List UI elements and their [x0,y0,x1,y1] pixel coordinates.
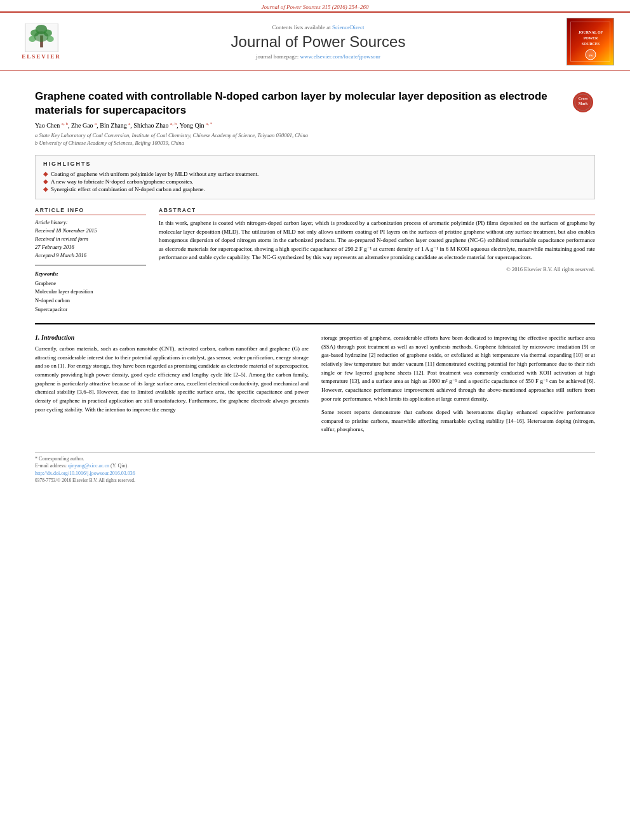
keywords-label: Keywords: [35,270,146,277]
email-label: E-mail address: [35,463,67,469]
journal-ref: Journal of Power Sources 315 (2016) 254–… [261,4,368,10]
highlight-item-2: ◆ A new way to fabricate N-doped carbon/… [43,178,587,185]
highlight-text-3: Synergistic effect of combination of N-d… [51,186,205,192]
svg-point-12 [586,50,596,60]
received-date: Received 18 November 2015 [35,227,146,235]
highlight-bullet-3: ◆ [43,185,48,192]
intro-section-number: 1. [35,334,40,341]
email-link[interactable]: qinyang@xicc.ac.cn [68,463,109,469]
highlight-item-1: ◆ Coating of graphene with uniform polyi… [43,171,587,177]
accepted-date: Accepted 9 March 2016 [35,252,146,260]
footer-issn: 0378-7753/© 2016 Elsevier B.V. All right… [35,477,595,483]
elsevier-label: ELSEVIER [22,53,61,60]
keyword-ndoped: N-doped carbon [35,297,146,305]
elsevier-tree-icon [24,23,59,52]
svg-text:JOURNAL OF: JOURNAL OF [578,30,603,34]
article-history-label: Article history: [35,219,146,227]
article-history: Article history: Received 18 November 20… [35,219,146,259]
body-left-column: 1. Introduction Currently, carbon materi… [35,334,309,439]
corresponding-author-note: * Corresponding author. [35,456,595,462]
doi-link[interactable]: http://dx.doi.org/10.1016/j.jpowsour.201… [35,470,135,476]
info-divider-1 [35,265,146,265]
highlight-item-3: ◆ Synergistic effect of combination of N… [43,186,587,192]
svg-text:Cross: Cross [579,97,588,100]
svg-text:PS: PS [589,54,593,57]
highlight-bullet-2: ◆ [43,178,48,185]
body-right-column: storage properties of graphene, consider… [321,334,595,439]
intro-left-paragraph: Currently, carbon materials, such as car… [35,345,309,414]
homepage-label: journal homepage: [256,53,298,60]
crossmark-icon: Cross Mark [573,92,593,112]
homepage-url[interactable]: www.elsevier.com/locate/jpowsour [300,53,380,60]
journal-cover-image: JOURNAL OF POWER SOURCES PS [566,18,614,65]
page-wrapper: Journal of Power Sources 315 (2016) 254–… [0,0,630,493]
intro-right-paragraph-2: Some recent reports demonstrate that car… [321,408,595,434]
body-divider [35,323,595,324]
footer-doi[interactable]: http://dx.doi.org/10.1016/j.jpowsour.201… [35,470,595,476]
article-info-title: ARTICLE INFO [35,207,146,215]
footer-email-line: E-mail address: qinyang@xicc.ac.cn (Y. Q… [35,463,595,469]
elsevier-logo: ELSEVIER [22,23,61,60]
revised-date: 27 February 2016 [35,244,146,251]
authors-line: Yao Chen a, b, Zhe Gao a, Bin Zhang a, S… [35,121,595,129]
keyword-mld: Molecular layer deposition [35,288,146,297]
intro-heading: 1. Introduction [35,334,309,341]
crossmark-badge: Cross Mark [573,92,595,112]
article-info-abstract-section: ARTICLE INFO Article history: Received 1… [35,207,595,314]
intro-section-title: Introduction [41,334,74,341]
keyword-supercap: Supercapacitor [35,305,146,314]
abstract-text: In this work, graphene is coated with ni… [159,219,595,262]
intro-right-paragraph-1: storage properties of graphene, consider… [321,334,595,403]
abstract-title: ABSTRACT [159,207,595,215]
email-name: (Y. Qin). [111,463,128,469]
keywords-section: Keywords: Graphene Molecular layer depos… [35,270,146,314]
affiliations: a State Key Laboratory of Coal Conversio… [35,132,595,148]
journal-top-bar: Journal of Power Sources 315 (2016) 254–… [0,0,630,11]
sciencedirect-link: Contents lists available at ScienceDirec… [76,24,560,30]
article-title: Graphene coated with controllable N-dope… [35,90,560,117]
keyword-graphene: Graphene [35,279,146,288]
header-center: Contents lists available at ScienceDirec… [76,24,560,60]
abstract-column: ABSTRACT In this work, graphene is coate… [159,207,595,314]
article-title-section: Graphene coated with controllable N-dope… [35,90,595,117]
svg-rect-8 [568,20,613,64]
footer-section: * Corresponding author. E-mail address: … [35,452,595,483]
journal-homepage: journal homepage: www.elsevier.com/locat… [76,53,560,60]
svg-text:SOURCES: SOURCES [581,42,600,46]
svg-text:POWER: POWER [583,36,598,40]
highlight-text-2: A new way to fabricate N-doped carbon/gr… [51,178,193,185]
main-content: Graphene coated with controllable N-dope… [0,71,630,493]
highlights-section: HIGHLIGHTS ◆ Coating of graphene with un… [35,155,595,199]
affiliation-a: a State Key Laboratory of Coal Conversio… [35,132,595,140]
body-content: 1. Introduction Currently, carbon materi… [35,334,595,439]
header-section: ELSEVIER Contents lists available at Sci… [0,11,630,71]
contents-available-text: Contents lists available at [272,24,331,30]
svg-point-7 [34,31,48,42]
copyright-line: © 2016 Elsevier B.V. All rights reserved… [159,266,595,272]
sciencedirect-anchor[interactable]: ScienceDirect [332,24,364,30]
header-left: ELSEVIER [13,23,70,60]
highlight-text-1: Coating of graphene with uniform polyimi… [51,171,258,177]
svg-text:Mark: Mark [579,102,588,105]
header-right: JOURNAL OF POWER SOURCES PS [566,18,617,65]
highlight-bullet-1: ◆ [43,170,48,177]
highlights-title: HIGHLIGHTS [43,161,587,167]
journal-title: Journal of Power Sources [76,33,560,51]
revised-label: Received in revised form [35,236,146,243]
article-info-column: ARTICLE INFO Article history: Received 1… [35,207,146,314]
affiliation-b: b University of Chinese Academy of Scien… [35,140,595,147]
